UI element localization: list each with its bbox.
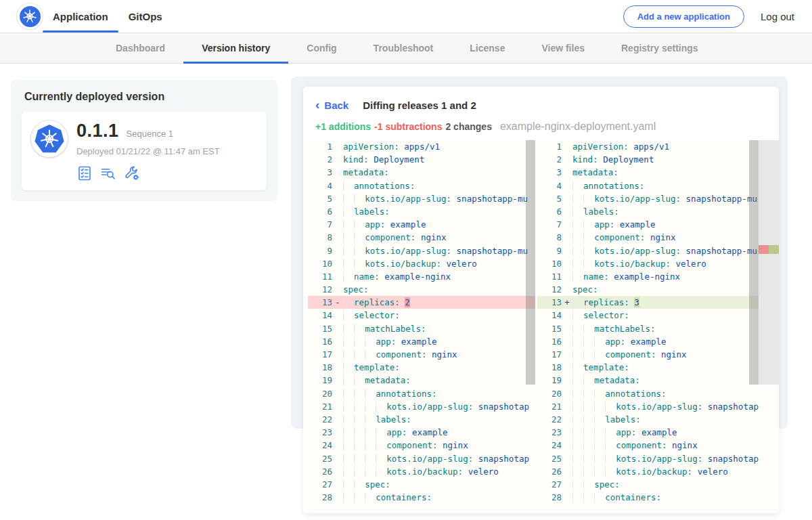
code-line: 7 app: example	[537, 218, 779, 231]
preflight-checklist-icon[interactable]	[76, 165, 93, 181]
tab-application-label: Application	[53, 11, 108, 22]
additions-stat: +1 additions	[315, 121, 371, 132]
back-button[interactable]: ‹ Back	[315, 99, 348, 112]
code-line: 18 template:	[308, 361, 535, 374]
code-line: 11 name: example-nginx	[537, 270, 779, 283]
code-line: 17 component: nginx	[308, 348, 535, 361]
code-line: 8 component: nginx	[308, 231, 535, 244]
app-icon-badge	[31, 121, 68, 157]
code-line: 6 labels:	[308, 205, 535, 218]
chevron-left-icon: ‹	[315, 98, 319, 111]
right-editor-scrollbar[interactable]	[749, 140, 759, 385]
tab-application[interactable]: Application	[43, 0, 118, 32]
subnav-license[interactable]: License	[451, 33, 523, 63]
diff-editor-right: 1apiVersion: apps/v12kind: Deployment3me…	[537, 140, 779, 513]
code-line: 17 component: nginx	[537, 348, 779, 361]
diff-overview-ruler[interactable]	[759, 140, 779, 385]
code-line: 12spec:	[537, 283, 779, 296]
top-nav: Application GitOps Add a new application…	[0, 0, 812, 32]
currently-deployed-card: Currently deployed version 0.1.1 Sequenc…	[11, 80, 277, 201]
code-line: 5 kots.io/app-slug: snapshotapp-mu	[308, 192, 535, 205]
kubernetes-app-icon	[35, 125, 64, 153]
code-line: 20 annotations:	[308, 387, 535, 400]
code-line: 23 app: example	[308, 426, 535, 439]
kubernetes-logo	[17, 3, 43, 29]
overview-addition-mark	[769, 245, 779, 254]
sequence-label: Sequence 1	[127, 129, 173, 139]
code-line: 8 component: nginx	[537, 231, 779, 244]
add-application-button[interactable]: Add a new application	[623, 5, 744, 28]
back-label: Back	[324, 100, 348, 111]
code-line: 1apiVersion: apps/v1	[537, 140, 779, 153]
code-line: 28 containers:	[308, 491, 535, 504]
main-content: Currently deployed version 0.1.1 Sequenc…	[0, 64, 812, 519]
subnav-version-history[interactable]: Version history	[183, 33, 288, 63]
deploy-logs-icon[interactable]	[100, 165, 116, 181]
code-line: 14 selector:	[537, 309, 779, 322]
code-line: 21 kots.io/app-slug: snapshotap	[537, 400, 779, 413]
code-line: 10 kots.io/backup: velero	[308, 257, 535, 270]
code-line: 13- replicas: 2	[308, 296, 535, 309]
code-line: 15 matchLabels:	[537, 322, 779, 335]
code-line: 6 labels:	[537, 205, 779, 218]
code-line: 27 spec:	[308, 478, 535, 491]
code-line: 26 kots.io/backup: velero	[537, 465, 779, 478]
code-line: 25 kots.io/app-slug: snapshotap	[537, 452, 779, 465]
code-line: 16 app: example	[537, 335, 779, 348]
tab-gitops[interactable]: GitOps	[118, 0, 173, 32]
logout-link[interactable]: Log out	[761, 11, 794, 22]
code-line: 10 kots.io/backup: velero	[537, 257, 779, 270]
code-line: 16 app: example	[308, 335, 535, 348]
code-line: 1apiVersion: apps/v1	[308, 140, 535, 153]
code-line: 19 metadata:	[308, 374, 535, 387]
subnav-troubleshoot[interactable]: Troubleshoot	[355, 33, 452, 63]
code-line: 3metadata:	[308, 166, 535, 179]
diff-title: Diffing releases 1 and 2	[363, 100, 476, 111]
code-line: 12spec:	[308, 283, 535, 296]
code-line: 19 metadata:	[537, 374, 779, 387]
diff-filename: example-nginx-deployment.yaml	[500, 121, 656, 133]
code-line: 24 component: nginx	[308, 439, 535, 452]
deployed-version-tile: 0.1.1 Sequence 1 Deployed 01/21/22 @ 11:…	[22, 112, 267, 190]
version-number: 0.1.1	[76, 121, 119, 142]
code-line: 21 kots.io/app-slug: snapshotap	[308, 400, 535, 413]
code-line: 26 kots.io/backup: velero	[308, 465, 535, 478]
code-line: 4 annotations:	[537, 179, 779, 192]
code-line: 4 annotations:	[308, 179, 535, 192]
code-line: 23 app: example	[537, 426, 779, 439]
app-sub-nav: Dashboard Version history Config Trouble…	[0, 32, 812, 64]
code-line: 20 annotations:	[537, 387, 779, 400]
code-line: 9 kots.io/app-slug: snapshotapp-mu	[308, 244, 535, 257]
code-line: 25 kots.io/app-slug: snapshotap	[308, 452, 535, 465]
code-line: 14 selector:	[308, 309, 535, 322]
left-editor-scrollbar[interactable]	[526, 140, 535, 385]
code-line: 2kind: Deployment	[308, 153, 535, 166]
deployed-card-title: Currently deployed version	[24, 91, 267, 103]
code-line: 5 kots.io/app-slug: snapshotapp-mu	[537, 192, 779, 205]
subnav-view-files[interactable]: View files	[523, 33, 603, 63]
code-line: 15 matchLabels:	[308, 322, 535, 335]
subtractions-stat: -1 subtractions	[374, 121, 442, 132]
code-line: 22 labels:	[537, 413, 779, 426]
code-line: 28 containers:	[537, 491, 779, 504]
subnav-dashboard[interactable]: Dashboard	[97, 33, 183, 63]
deployed-timestamp: Deployed 01/21/22 @ 11:47 am EST	[76, 146, 220, 156]
kubernetes-wheel-icon	[20, 6, 41, 27]
code-line: 2kind: Deployment	[537, 153, 779, 166]
edit-config-icon[interactable]	[124, 165, 140, 181]
diff-panel: ‹ Back Diffing releases 1 and 2 +1 addit…	[303, 87, 779, 513]
code-line: 18 template:	[537, 361, 779, 374]
diff-editors: 1apiVersion: apps/v12kind: Deployment3me…	[308, 140, 779, 513]
code-line: 27 spec:	[537, 478, 779, 491]
tab-gitops-label: GitOps	[129, 11, 162, 22]
code-line: 24 component: nginx	[537, 439, 779, 452]
code-line: 9 kots.io/app-slug: snapshotapp-mu	[537, 244, 779, 257]
code-line: 11 name: example-nginx	[308, 270, 535, 283]
subnav-registry-settings[interactable]: Registry settings	[603, 33, 717, 63]
code-line: 22 labels:	[308, 413, 535, 426]
changes-stat: 2 changes	[445, 121, 491, 132]
diff-editor-left: 1apiVersion: apps/v12kind: Deployment3me…	[308, 140, 535, 513]
code-line: 3metadata:	[537, 166, 779, 179]
code-line: 7 app: example	[308, 218, 535, 231]
subnav-config[interactable]: Config	[288, 33, 355, 63]
